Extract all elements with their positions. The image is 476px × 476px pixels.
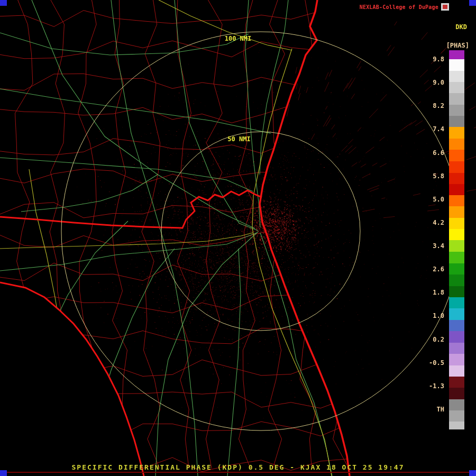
bottom-border-line xyxy=(5,472,471,473)
colorbar-tick-label: 2.6 xyxy=(419,266,444,273)
colorbar-segment xyxy=(449,59,464,70)
colorbar-segment xyxy=(449,229,464,240)
colorbar-segment xyxy=(449,150,464,161)
colorbar-segment xyxy=(449,343,464,354)
county-boundaries-layer xyxy=(0,0,350,472)
colorbar-segment xyxy=(449,50,464,59)
colorbar-tick-label: 9.0 xyxy=(419,79,444,86)
cod-logo-icon xyxy=(441,3,449,11)
colorbar-segment xyxy=(449,274,464,286)
colorbar-tick-label: 1.8 xyxy=(419,289,444,296)
colorbar-tick-label: 4.2 xyxy=(419,219,444,226)
colorbar-product-code: DKD xyxy=(455,23,467,31)
colorbar-segment xyxy=(449,354,464,365)
colorbar-segment xyxy=(449,71,464,82)
colorbar-segment xyxy=(449,139,464,150)
map-layer: 100 NMI 50 NMI xyxy=(0,0,476,476)
colorbar-tick-label: 0.2 xyxy=(419,336,444,343)
colorbar-segment xyxy=(449,195,464,206)
colorbar-segment xyxy=(449,263,464,274)
colorbar-gradient xyxy=(449,50,464,429)
colorbar-tick-label: -1.3 xyxy=(419,382,444,390)
colorbar-segment xyxy=(449,297,464,308)
colorbar-segment xyxy=(449,240,464,251)
colorbar-segment xyxy=(449,377,464,388)
colorbar-tick-label: 9.8 xyxy=(419,56,444,63)
colorbar-segment xyxy=(449,116,464,127)
colorbar-tick-label: 5.0 xyxy=(419,196,444,203)
colorbar-tick-label: 3.4 xyxy=(419,242,444,250)
colorbar-segment xyxy=(449,410,464,422)
highways-layer xyxy=(0,0,332,476)
roads-layer xyxy=(0,0,332,476)
colorbar-segment xyxy=(449,218,464,229)
colorbar-segment xyxy=(449,173,464,184)
radar-screen: 100 NMI 50 NMI NEXLAB-College of DuPage … xyxy=(0,0,476,476)
corner-marker-bottom-right xyxy=(469,470,476,476)
header: NEXLAB-College of DuPage xyxy=(360,3,449,11)
colorbar-segment xyxy=(449,320,464,331)
colorbar-segment xyxy=(449,184,464,195)
ring-label-50nmi: 50 NMI xyxy=(227,135,250,143)
colorbar-segment xyxy=(449,365,464,377)
colorbar-tick-label: -0.5 xyxy=(419,359,444,367)
colorbar-tick-label: 1.0 xyxy=(419,312,444,319)
colorbar-segment xyxy=(449,286,464,297)
colorbar-tick-label: 5.8 xyxy=(419,172,444,180)
ring-label-100nmi: 100 NMI xyxy=(225,35,252,42)
colorbar-tick-label: 7.4 xyxy=(419,125,444,133)
colorbar-segment xyxy=(449,388,464,399)
colorbar-tick-label: TH xyxy=(419,406,444,413)
colorbar-segment xyxy=(449,105,464,116)
state-coast-borders-layer xyxy=(0,0,350,476)
colorbar-segment xyxy=(449,308,464,319)
colorbar-segment xyxy=(449,422,464,429)
colorbar-segment xyxy=(449,82,464,93)
corner-marker-bottom-left xyxy=(0,470,7,476)
colorbar-tick-label: 6.6 xyxy=(419,149,444,157)
colorbar-segment xyxy=(449,206,464,217)
colorbar-segment xyxy=(449,161,464,172)
corner-marker-top-right xyxy=(469,0,476,6)
colorbar-segment xyxy=(449,331,464,343)
colorbar-tick-label: 8.2 xyxy=(419,102,444,109)
colorbar-units: [PHAS] xyxy=(446,42,469,49)
product-caption: SPECIFIC DIFFERENTIAL PHASE (KDP) 0.5 DE… xyxy=(0,463,476,471)
colorbar-segment xyxy=(449,93,464,104)
colorbar-segment xyxy=(449,127,464,138)
brand-text: NEXLAB-College of DuPage xyxy=(360,4,438,10)
colorbar-segment xyxy=(449,252,464,263)
corner-marker-top-left xyxy=(0,0,7,6)
colorbar-segment xyxy=(449,399,464,410)
